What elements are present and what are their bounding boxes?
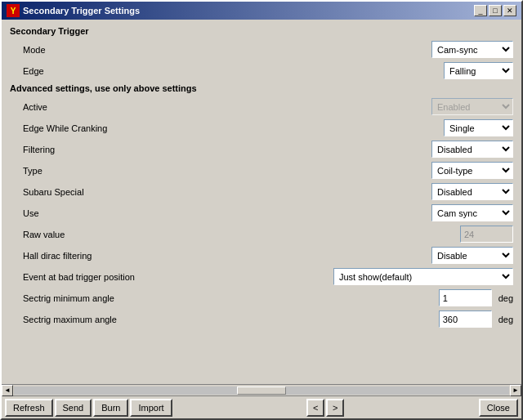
type-control: Coil-type VR Hall [431, 162, 513, 179]
title-bar: Y Secondary Trigger Settings _ □ ✕ [2, 2, 521, 20]
raw-value-input [460, 226, 513, 243]
raw-value-row: Raw value [10, 226, 513, 243]
burn-button[interactable]: Burn [93, 399, 128, 417]
type-label: Type [23, 166, 431, 176]
advanced-section: Advanced settings, use only above settin… [10, 83, 513, 328]
event-control: Just show(default) Disabled [333, 268, 513, 285]
filtering-select[interactable]: Disabled Enabled [431, 141, 513, 158]
subaru-label: Subaru Special [23, 187, 431, 197]
edge-control: Falling Rising Both [444, 62, 513, 79]
secondary-trigger-title: Secondary Trigger [10, 26, 513, 36]
event-select[interactable]: Just show(default) Disabled [333, 268, 513, 285]
app-icon: Y [7, 4, 20, 17]
hall-label: Hall dirac filtering [23, 251, 431, 261]
sectrig-max-label: Sectrig maximum angle [23, 315, 439, 324]
type-row: Type Coil-type VR Hall [10, 162, 513, 179]
sectrig-max-input[interactable] [439, 311, 492, 328]
use-row: Use Cam sync None [10, 204, 513, 221]
title-buttons: _ □ ✕ [474, 5, 516, 16]
edge-cranking-row: Edge While Cranking Single Both [10, 119, 513, 136]
scroll-track[interactable] [14, 386, 509, 395]
scroll-left-button[interactable]: ◄ [2, 385, 13, 396]
use-label: Use [23, 208, 431, 218]
title-bar-left: Y Secondary Trigger Settings [7, 4, 140, 17]
bottom-bar: Refresh Send Burn Import < > Close [2, 395, 521, 418]
edge-cranking-control: Single Both [444, 119, 513, 136]
type-select[interactable]: Coil-type VR Hall [431, 162, 513, 179]
sectrig-min-input[interactable] [439, 289, 492, 306]
sectrig-max-row: Sectrig maximum angle deg [10, 311, 513, 328]
maximize-button[interactable]: □ [489, 5, 502, 16]
active-row: Active Enabled Disabled [10, 98, 513, 115]
active-label: Active [23, 102, 431, 112]
subaru-row: Subaru Special Disabled Enabled [10, 183, 513, 200]
bottom-center-buttons: < > [306, 399, 344, 417]
sectrig-min-row: Sectrig minimum angle deg [10, 289, 513, 306]
horizontal-scrollbar: ◄ ► [2, 384, 521, 395]
sectrig-max-unit: deg [498, 315, 513, 324]
scroll-right-button[interactable]: ► [510, 385, 521, 396]
edge-row: Edge Falling Rising Both [10, 62, 513, 79]
hall-row: Hall dirac filtering Disable Enable [10, 247, 513, 264]
event-row: Event at bad trigger position Just show(… [10, 268, 513, 285]
mode-select[interactable]: Cam-sync VR Hall [431, 41, 513, 58]
active-control: Enabled Disabled [431, 98, 513, 115]
minimize-button[interactable]: _ [474, 5, 487, 16]
edge-cranking-select[interactable]: Single Both [444, 119, 513, 136]
edge-cranking-label: Edge While Cranking [23, 123, 444, 133]
advanced-title: Advanced settings, use only above settin… [10, 83, 513, 93]
hall-select[interactable]: Disable Enable [431, 247, 513, 264]
event-label: Event at bad trigger position [23, 272, 333, 282]
raw-value-control [460, 226, 513, 243]
content-area: Secondary Trigger Mode Cam-sync VR Hall … [2, 20, 521, 384]
use-select[interactable]: Cam sync None [431, 204, 513, 221]
mode-control: Cam-sync VR Hall [431, 41, 513, 58]
subaru-select[interactable]: Disabled Enabled [431, 183, 513, 200]
edge-label: Edge [23, 66, 444, 76]
hall-control: Disable Enable [431, 247, 513, 264]
bottom-right-buttons: Close [479, 399, 518, 417]
active-select[interactable]: Enabled Disabled [431, 98, 513, 115]
subaru-control: Disabled Enabled [431, 183, 513, 200]
prev-button[interactable]: < [306, 399, 324, 417]
edge-select[interactable]: Falling Rising Both [444, 62, 513, 79]
import-button[interactable]: Import [130, 399, 172, 417]
mode-row: Mode Cam-sync VR Hall [10, 41, 513, 58]
bottom-left-buttons: Refresh Send Burn Import [5, 399, 172, 417]
sectrig-min-label: Sectrig minimum angle [23, 293, 439, 303]
send-button[interactable]: Send [55, 399, 92, 417]
scroll-thumb[interactable] [237, 386, 286, 395]
filtering-row: Filtering Disabled Enabled [10, 141, 513, 158]
window: Y Secondary Trigger Settings _ □ ✕ Secon… [0, 0, 523, 420]
filtering-control: Disabled Enabled [431, 141, 513, 158]
sectrig-max-control: deg [439, 311, 513, 328]
sectrig-min-unit: deg [498, 293, 513, 303]
close-button[interactable]: Close [479, 399, 518, 417]
sectrig-min-control: deg [439, 289, 513, 306]
use-control: Cam sync None [431, 204, 513, 221]
window-title: Secondary Trigger Settings [23, 6, 140, 16]
window-close-button[interactable]: ✕ [503, 5, 516, 16]
refresh-button[interactable]: Refresh [5, 399, 53, 417]
mode-label: Mode [23, 45, 431, 55]
next-button[interactable]: > [326, 399, 344, 417]
filtering-label: Filtering [23, 145, 431, 154]
raw-value-label: Raw value [23, 230, 460, 239]
